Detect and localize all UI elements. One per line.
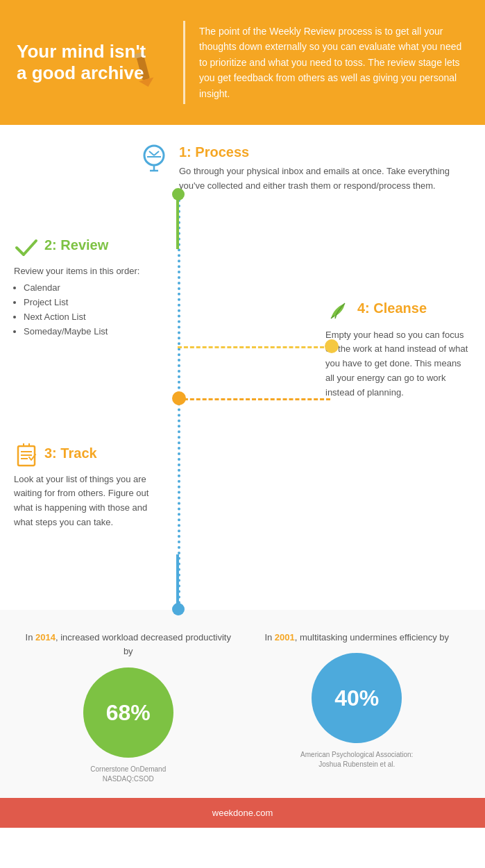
dot-orange-start: [172, 391, 186, 405]
svg-line-6: [149, 151, 154, 155]
header-left: Your mind isn't a good archive: [17, 41, 169, 84]
step-cleanse-section: 4: Cleanse Empty your head so you can fo…: [325, 298, 471, 400]
stat2-value: 40%: [334, 686, 379, 711]
header-title-line2: a good archive: [17, 62, 144, 83]
step2-title: 2: Review: [44, 237, 108, 253]
stats-section: In 2014, increased workload decreased pr…: [0, 610, 485, 799]
brain-icon: [139, 144, 169, 175]
step3-title: 3: Track: [44, 445, 97, 461]
stat1-year: 2014: [35, 632, 56, 643]
dot-yellow-end: [325, 339, 339, 353]
step-track-section: 3: Track Look at your list of things you…: [14, 443, 167, 530]
bullet-calendar: Calendar: [24, 281, 167, 296]
notepad-icon: [14, 443, 39, 468]
process-icon-wrap: [139, 144, 169, 178]
stat2-circle: 40%: [312, 653, 402, 743]
step1-text: Go through your physical inbox and email…: [179, 164, 457, 194]
bullet-someday: Someday/Maybe List: [24, 325, 167, 339]
footer: weekdone.com: [0, 798, 485, 828]
header-title: Your mind isn't a good archive: [17, 41, 169, 84]
step-process-content: 1: Process Go through your physical inbo…: [179, 144, 457, 194]
stat2-item: In 2001, multitasking undermines efficie…: [243, 631, 472, 770]
horizontal-yellow-line: [178, 346, 330, 348]
header-description: The point of the Weekly Review process i…: [199, 24, 468, 101]
step1-title: 1: Process: [179, 144, 457, 160]
step4-text: Empty your head so you can focus on the …: [325, 328, 471, 400]
stat1-item: In 2014, increased workload decreased pr…: [14, 631, 243, 785]
stat2-text: In 2001, multitasking undermines efficie…: [250, 631, 465, 645]
step-review-section: 2: Review Review your items in this orde…: [14, 235, 167, 339]
leaf-icon: [325, 298, 352, 324]
svg-line-7: [154, 151, 159, 155]
horizontal-orange-line: [178, 398, 330, 400]
bullet-project: Project List: [24, 296, 167, 310]
checkmark-icon: [14, 235, 39, 260]
header-divider: [183, 21, 185, 104]
bullet-next: Next Action List: [24, 310, 167, 325]
timeline-area: 2: Review Review your items in this orde…: [0, 194, 485, 610]
vertical-line-green-top: [176, 194, 179, 249]
stat1-value: 68%: [106, 700, 151, 726]
step2-text: Review your items in this order: Calenda…: [14, 264, 167, 339]
header-title-line1: Your mind isn't: [17, 41, 146, 62]
step4-title: 4: Cleanse: [357, 300, 427, 316]
stat2-year: 2001: [275, 632, 295, 643]
step-process-section: 1: Process Go through your physical inbo…: [0, 125, 485, 194]
step3-text: Look at your list of things you are wait…: [14, 473, 167, 530]
dot-top-green: [172, 188, 185, 201]
dot-bottom-blue: [172, 603, 185, 615]
header: Your mind isn't a good archive The point…: [0, 0, 485, 125]
stat1-text: In 2014, increased workload decreased pr…: [21, 631, 236, 660]
stat1-circle: 68%: [83, 667, 173, 758]
stat1-source: Cornerstone OnDemandNASDAQ:CSOD: [21, 765, 236, 784]
vertical-line-blue-bottom: [176, 554, 179, 610]
stat2-source: American Psychological Association:Joshu…: [250, 750, 465, 769]
footer-url: weekdone.com: [212, 808, 273, 818]
